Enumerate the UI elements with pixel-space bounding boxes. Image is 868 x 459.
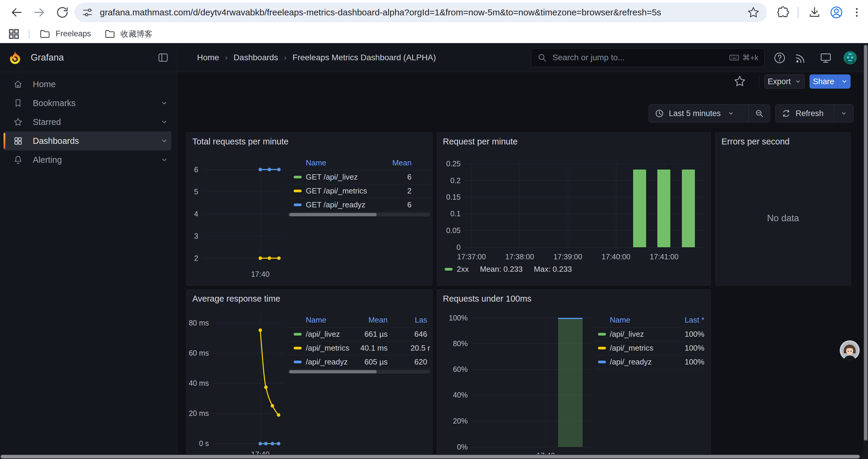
bookmark-star-icon[interactable] [747,6,760,19]
time-range-picker[interactable]: Last 5 minutes [649,104,748,122]
chevron-down-icon[interactable] [160,156,168,164]
download-icon[interactable] [808,6,821,19]
url-text[interactable]: grafana.mathmast.com/d/deytv4rwavabkb/fr… [100,7,747,18]
legend-series-value: 2 [407,187,411,195]
user-avatar[interactable] [843,51,857,64]
apps-grid-icon[interactable] [7,28,20,40]
legend-col-name[interactable]: Name [306,316,326,324]
floating-assistant-avatar[interactable] [840,340,860,360]
extensions-puzzle-icon[interactable] [776,6,790,19]
legend-scrollbar[interactable] [288,370,430,374]
folder-icon [39,28,51,40]
legend-series-name[interactable]: /api/_readyz [306,358,348,366]
refresh-interval-button[interactable] [834,104,853,122]
bookmark-folder-label: 收藏博客 [121,29,152,39]
bookmarks-bar: Freeleaps 收藏博客 [0,25,868,43]
legend-series-name[interactable]: /api/_metrics [306,344,349,352]
grafana-logo-icon[interactable] [8,51,22,64]
rss-icon[interactable] [795,52,807,64]
bookmark-folder-label: Freeleaps [56,29,91,38]
search-icon [537,53,547,63]
forward-arrow-icon[interactable] [32,6,46,19]
brand-title[interactable]: Grafana [31,52,64,63]
legend-series-name[interactable]: GET /api/_metrics [306,187,367,195]
breadcrumb-item[interactable]: Home [197,53,219,62]
time-range-control: Last 5 minutes [649,104,770,123]
legend-table: Name Last * /api/_livez 100% /api/_metri… [595,316,704,375]
reload-icon[interactable] [56,6,69,19]
export-button[interactable]: Export [764,74,805,89]
chevron-down-icon[interactable] [160,118,168,126]
legend-col-mean[interactable]: Mean [392,159,411,167]
profile-icon[interactable] [830,6,843,19]
legend-col-name[interactable]: Name [306,159,326,167]
menu-kebab-icon[interactable] [851,6,863,19]
url-bar[interactable]: grafana.mathmast.com/d/deytv4rwavabkb/fr… [74,3,767,22]
vertical-scrollbar-thumb[interactable] [864,45,867,441]
legend-series-name[interactable]: GET /api/_readyz [306,201,366,209]
bookmark-folder-blogs[interactable]: 收藏博客 [104,28,152,40]
legend-series-name[interactable]: GET /api/_livez [306,173,358,181]
legend-col-mean[interactable]: Mean [368,316,388,324]
legend: 2xx Mean: 0.233 Max: 0.233 [445,265,572,274]
series-color-pill [294,203,302,206]
search-input[interactable]: Search or jump to... ⌘+k [531,48,765,67]
legend-table: Name Mean GET /api/_livez 6 GET /api/_me… [288,159,430,222]
series-color-pill [294,190,302,192]
legend-mean: Mean: 0.233 [480,265,523,274]
bell-icon [13,155,23,165]
refresh-button[interactable]: Refresh [776,104,834,122]
chevron-down-icon [727,110,735,117]
help-icon[interactable] [773,52,786,64]
favorite-star-icon[interactable] [733,75,746,88]
monitor-icon[interactable] [819,52,832,64]
refresh-control: Refresh [775,104,854,123]
sidebar-item-starred[interactable]: Starred [4,112,172,131]
chevron-down-icon[interactable] [160,99,168,107]
horizontal-scrollbar-thumb[interactable] [1,455,860,458]
breadcrumb-item[interactable]: Dashboards [234,53,278,62]
sidebar-header: Grafana [0,43,177,72]
legend-series-name[interactable]: /api/_livez [306,330,340,338]
refresh-icon [781,109,791,118]
zoom-out-button[interactable] [749,104,770,122]
x-tick: 17:41:00 [646,253,682,261]
legend-series-mean: 661 µs [364,330,388,338]
share-menu-button[interactable] [838,74,850,89]
clock-icon [655,109,664,118]
chevron-down-icon[interactable] [160,137,168,145]
panel-total-requests: Total requests per minute 6 5 4 3 2 17:4… [186,132,433,286]
no-data-message: No data [716,213,850,224]
panel-title[interactable]: Errors per second [721,137,790,146]
legend-scrollbar[interactable] [288,213,430,217]
series-color-pill [294,361,302,363]
bar-chart[interactable] [437,133,711,286]
sidebar-toggle-icon[interactable] [157,52,169,64]
horizontal-scrollbar[interactable] [0,454,868,459]
sidebar-item-dashboards[interactable]: Dashboards [4,131,172,150]
sidebar-item-alerting[interactable]: Alerting [4,150,172,169]
chevron-down-icon [840,78,848,85]
legend-col-name[interactable]: Name [610,316,630,324]
legend-col-last[interactable]: Last * [685,316,705,324]
bookmark-folder-freeleaps[interactable]: Freeleaps [39,28,91,40]
toolbar-divider [798,7,799,18]
folder-icon [104,28,116,40]
share-button[interactable]: Share [809,74,850,89]
grafana-page: Grafana Home Bookmarks Starred Dashboard… [0,43,868,459]
legend-col-last[interactable]: Las [415,316,427,324]
legend-series-name[interactable]: /api/_livez [610,330,644,338]
legend-series-last: 620 [414,358,427,366]
back-arrow-icon[interactable] [10,6,23,19]
sidebar-item-bookmarks[interactable]: Bookmarks [4,94,172,112]
breadcrumb-separator: › [225,53,228,62]
share-label[interactable]: Share [809,74,838,89]
legend-series-name[interactable]: /api/_readyz [610,358,652,366]
vertical-scrollbar[interactable] [863,43,868,459]
legend-series[interactable]: 2xx [445,265,469,274]
legend-series-name[interactable]: /api/_metrics [610,344,653,352]
sidebar-item-home[interactable]: Home [4,75,172,94]
site-info-icon[interactable] [82,6,93,18]
panel-errors-per-second: Errors per second No data [715,132,851,286]
breadcrumb: Home › Dashboards › Freeleaps Metrics Da… [197,43,436,72]
